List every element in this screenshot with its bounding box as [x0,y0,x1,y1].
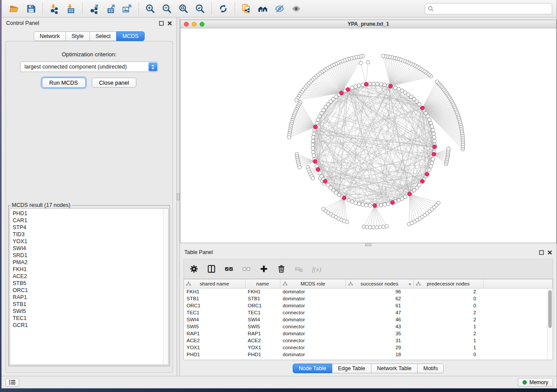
add-column-button[interactable] [258,263,270,275]
tab-node-table[interactable]: Node Table [293,364,332,373]
cell-mcds-role[interactable]: connector [280,344,346,351]
close-window-icon[interactable] [184,22,189,27]
cell-successor-nodes[interactable]: 43 [346,323,413,330]
tab-select[interactable]: Select [90,31,117,41]
cell-name[interactable]: FKH1 [245,288,280,295]
mcds-result-item[interactable]: ORC1 [13,287,168,294]
unselect-all-button[interactable] [241,263,252,275]
network-window-titlebar[interactable]: YPA_prune.txt_1 [180,20,556,28]
export-image-button[interactable] [120,2,135,16]
table-row[interactable]: ORC1ORC1dominator610 [184,302,553,309]
optimization-criterion-select[interactable]: largest connected component (undirected) [20,62,158,72]
import-table-button[interactable] [63,2,78,16]
cell-shared-name[interactable]: SWI4 [184,316,245,323]
maximize-window-icon[interactable] [200,22,204,27]
table-row[interactable]: YOX1YOX1connector291 [184,344,553,351]
cell-predecessor-nodes[interactable]: 1 [413,323,483,330]
mcds-result-list[interactable]: PHD1CAR1STP4TID3YOX1SWI4SRD1PMA2FKH1ACE2… [10,208,169,365]
mcds-result-item[interactable]: TEC1 [13,315,168,322]
column-header-shared-name[interactable]: shared name [184,279,245,288]
float-table-panel-icon[interactable] [539,250,544,255]
cell-successor-nodes[interactable]: 96 [346,288,413,295]
close-table-panel-icon[interactable] [547,250,552,255]
show-panels-button[interactable] [5,378,19,387]
tab-style[interactable]: Style [66,31,90,41]
cell-name[interactable]: YOX1 [245,344,280,351]
mcds-result-item[interactable]: SWI4 [13,245,168,252]
cell-shared-name[interactable]: FKH1 [184,288,245,295]
vertical-splitter[interactable] [176,17,180,376]
open-file-button[interactable] [7,2,22,16]
table-row[interactable]: RAP1RAP1dominator352 [184,330,553,337]
cell-predecessor-nodes[interactable]: 1 [413,344,483,351]
mcds-result-item[interactable]: ACE2 [13,273,168,280]
mcds-result-item[interactable]: YOX1 [13,238,168,245]
cell-predecessor-nodes[interactable]: 0 [413,351,483,358]
export-table-button[interactable] [103,2,118,16]
zoom-selected-button[interactable] [193,2,208,16]
memory-button[interactable]: Memory [518,378,553,387]
cell-mcds-role[interactable]: connector [280,323,346,330]
cell-shared-name[interactable]: RAP1 [184,330,245,337]
splitter-grip[interactable] [177,193,180,200]
hide-selected-button[interactable] [272,2,287,16]
export-network-button[interactable] [86,2,101,16]
column-header-MCDS-role[interactable]: MCDS role [280,279,346,288]
cell-predecessor-nodes[interactable]: 2 [413,330,483,337]
mcds-result-item[interactable]: GCR1 [13,322,168,329]
table-row[interactable]: SWI5SWI5connector431 [184,323,553,330]
tab-motifs[interactable]: Motifs [417,364,444,373]
cell-successor-nodes[interactable]: 62 [346,295,413,302]
cell-mcds-role[interactable]: dominator [280,302,346,309]
cell-shared-name[interactable]: TEC1 [184,309,245,316]
mcds-result-item[interactable]: STB1 [13,301,168,308]
cell-shared-name[interactable]: YOX1 [184,344,245,351]
table-row[interactable]: ACE2ACE2connector311 [184,337,553,344]
table-row[interactable]: FKH1FKH1dominator962 [184,288,553,295]
table-row[interactable]: TEC1TEC1connector472 [184,309,553,316]
cell-predecessor-nodes[interactable]: 1 [413,337,483,344]
mcds-result-item[interactable]: CAR1 [13,217,168,224]
cell-predecessor-nodes[interactable]: 2 [413,288,483,295]
cell-successor-nodes[interactable]: 31 [346,337,413,344]
gear-button[interactable] [188,263,200,275]
list-scrollbar[interactable] [163,209,168,364]
horizontal-splitter[interactable] [365,244,371,246]
search-input[interactable] [425,3,552,14]
network-canvas[interactable] [180,28,556,243]
cell-name[interactable]: TEC1 [245,309,280,316]
close-panel-icon[interactable] [167,21,172,26]
zoom-in-button[interactable] [143,2,158,16]
zoom-out-button[interactable] [159,2,174,16]
show-all-button[interactable] [289,2,304,16]
delete-column-button[interactable] [276,263,287,275]
cell-shared-name[interactable]: ACE2 [184,337,245,344]
minimize-window-icon[interactable] [192,22,197,27]
sort-chevron-icon[interactable]: ▾ [409,282,411,286]
cell-name[interactable]: SWI5 [245,323,280,330]
cell-predecessor-nodes[interactable]: 2 [413,316,483,323]
mcds-result-item[interactable]: PHD1 [13,210,168,217]
select-all-button[interactable] [223,263,235,275]
cell-mcds-role[interactable]: dominator [280,295,346,302]
cell-shared-name[interactable]: ORC1 [184,302,245,309]
cell-successor-nodes[interactable]: 35 [346,330,413,337]
cell-name[interactable]: RAP1 [245,330,280,337]
cell-successor-nodes[interactable]: 61 [346,302,413,309]
cell-mcds-role[interactable]: dominator [280,316,346,323]
refresh-view-button[interactable] [216,2,231,16]
tab-network-table[interactable]: Network Table [371,364,418,373]
zoom-fit-button[interactable] [176,2,191,16]
cell-mcds-role[interactable]: connector [280,309,346,316]
cell-predecessor-nodes[interactable]: 0 [413,302,483,309]
close-panel-button[interactable]: Close panel [92,78,137,88]
mcds-result-item[interactable]: PMA2 [13,259,168,266]
table-row[interactable]: STB1STB1dominator620 [184,295,553,302]
tab-edge-table[interactable]: Edge Table [332,364,371,373]
mcds-result-item[interactable]: FKH1 [13,266,168,273]
cell-name[interactable]: ORC1 [245,302,280,309]
cell-mcds-role[interactable]: dominator [280,351,346,358]
import-network-button[interactable] [47,2,62,16]
cell-successor-nodes[interactable]: 29 [346,344,413,351]
column-header-successor-nodes[interactable]: successor nodes▾ [346,279,413,288]
